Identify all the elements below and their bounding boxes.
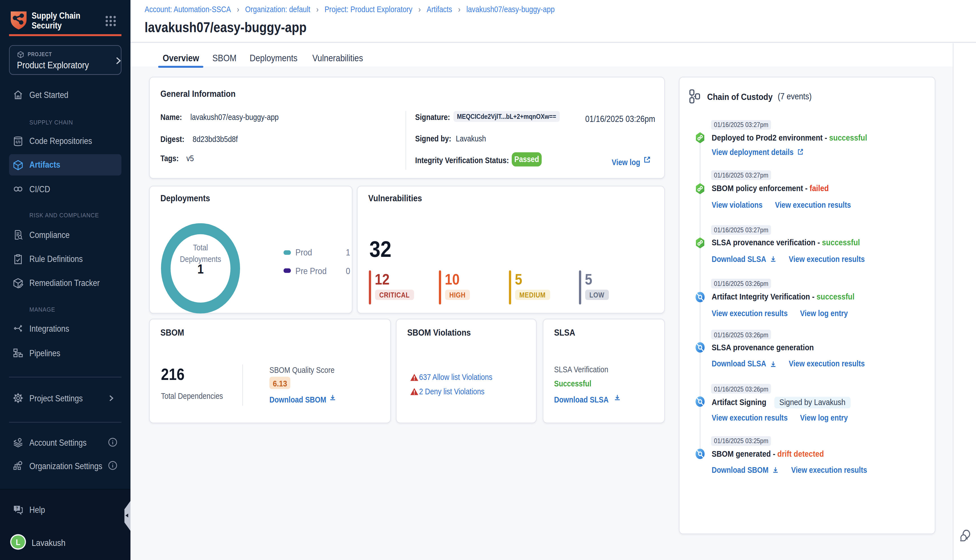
svg-text:?: ? [16, 506, 18, 510]
